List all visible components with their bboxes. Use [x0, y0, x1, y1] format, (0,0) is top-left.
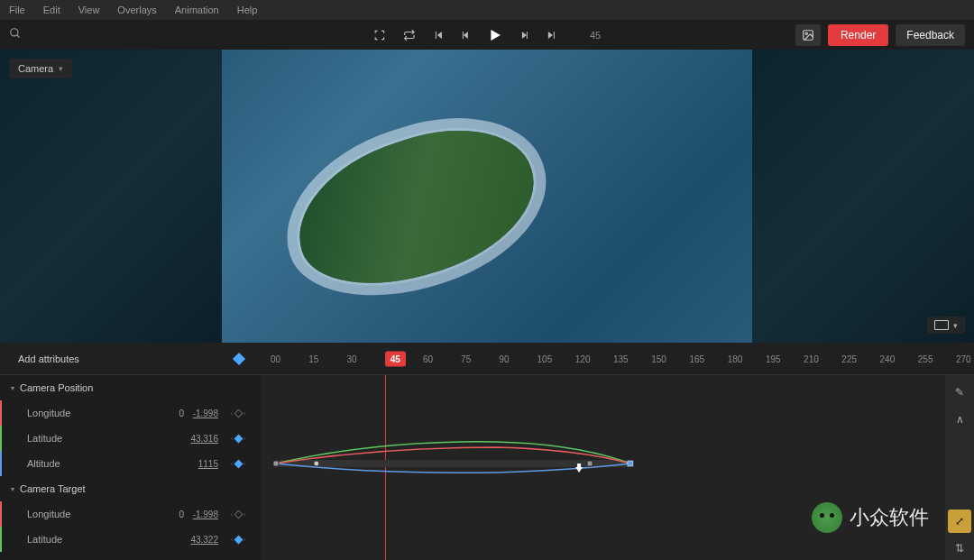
prop-value-b[interactable]: 43.316: [188, 434, 222, 444]
prop-label: Latitude: [27, 534, 153, 545]
tick-30[interactable]: 30: [346, 353, 356, 363]
keyframe-marker[interactable]: [314, 461, 319, 466]
transport-controls: 45: [373, 27, 601, 43]
menu-edit[interactable]: Edit: [43, 5, 60, 15]
prop-value-b[interactable]: -1.998: [188, 409, 222, 418]
tick-90[interactable]: 90: [499, 353, 509, 363]
play-button[interactable]: [487, 27, 503, 43]
tick-15[interactable]: 15: [308, 353, 318, 363]
tick-00[interactable]: 00: [271, 353, 280, 363]
svg-point-3: [805, 32, 807, 34]
prop-group-camera-target[interactable]: Camera Target: [0, 476, 262, 501]
tick-120[interactable]: 120: [575, 353, 591, 363]
viewport-center[interactable]: [222, 50, 752, 343]
prop-label: Latitude: [27, 433, 153, 444]
prop-value-b[interactable]: -1.998: [188, 510, 222, 519]
tick-180[interactable]: 180: [728, 353, 743, 363]
toolbar-right: Render Feedback: [795, 24, 965, 46]
loop-icon[interactable]: [402, 29, 417, 41]
animation-curves: [262, 375, 945, 560]
step-back-icon[interactable]: [460, 30, 471, 41]
prop-row-latitude[interactable]: Latitude43.322‹›: [0, 527, 262, 552]
menu-overlays[interactable]: Overlays: [117, 5, 156, 15]
graph-side-tools: ✎ ∧ ⤢ ⇅: [945, 375, 974, 560]
timeline-panel: Add attributes 0015304560759010512013515…: [0, 343, 974, 560]
keyframe-marker[interactable]: [587, 461, 593, 466]
menu-animation[interactable]: Animation: [175, 5, 219, 15]
tick-150[interactable]: 150: [651, 353, 666, 363]
add-attributes-button[interactable]: Add attributes: [0, 353, 216, 364]
toolbar: 45 Render Feedback: [0, 20, 974, 50]
tick-75[interactable]: 75: [461, 353, 471, 363]
svg-line-1: [17, 35, 20, 38]
diamond-icon: [233, 352, 245, 364]
viewport-side-right: [752, 50, 974, 343]
prop-keyframe-toggle[interactable]: ‹›: [222, 409, 254, 418]
feedback-button[interactable]: Feedback: [896, 24, 965, 46]
properties-panel: Camera PositionLongitude0-1.998‹›Latitud…: [0, 375, 262, 560]
tick-255[interactable]: 255: [918, 353, 933, 363]
prop-group-camera-position[interactable]: Camera Position: [0, 375, 262, 400]
scene-island: [279, 106, 552, 309]
prop-row-longitude[interactable]: Longitude0-1.998‹›: [0, 501, 262, 527]
peak-tool-icon[interactable]: ∧: [948, 408, 971, 431]
keyframe-marker[interactable]: [273, 461, 279, 466]
prop-row-altitude[interactable]: Altitude1115‹›: [0, 451, 262, 476]
prop-label: Altitude: [27, 458, 153, 469]
prop-value-b[interactable]: 1115: [188, 459, 222, 469]
aspect-icon: [934, 320, 949, 330]
edit-tool-icon[interactable]: ✎: [948, 381, 971, 404]
timeline-header: Add attributes 0015304560759010512013515…: [0, 343, 974, 375]
camera-dropdown[interactable]: Camera: [9, 59, 72, 78]
aspect-ratio-button[interactable]: [927, 317, 965, 334]
graph-editor[interactable]: [262, 375, 945, 560]
tick-105[interactable]: 105: [538, 353, 553, 363]
tick-165[interactable]: 165: [689, 353, 704, 363]
tracks-area: Camera PositionLongitude0-1.998‹›Latitud…: [0, 375, 974, 560]
skip-start-icon[interactable]: [433, 30, 444, 41]
tick-135[interactable]: 135: [613, 353, 629, 363]
tick-240[interactable]: 240: [880, 353, 896, 363]
expand-tool-icon[interactable]: ⤢: [948, 510, 971, 533]
swap-tool-icon[interactable]: ⇅: [948, 537, 971, 560]
prop-row-latitude[interactable]: Latitude43.316‹›: [0, 426, 262, 451]
image-icon[interactable]: [795, 24, 821, 46]
tick-60[interactable]: 60: [423, 353, 433, 363]
skip-end-icon[interactable]: [547, 30, 557, 41]
prop-value-a[interactable]: 0: [153, 510, 188, 519]
search-icon[interactable]: [9, 27, 22, 42]
render-button[interactable]: Render: [828, 24, 888, 46]
tick-45[interactable]: 45: [385, 351, 406, 366]
viewport: Camera: [0, 50, 974, 343]
keyframe-toggle[interactable]: [216, 354, 262, 363]
keyframe-marker[interactable]: [628, 461, 633, 466]
svg-point-0: [11, 29, 18, 36]
step-forward-icon[interactable]: [519, 30, 530, 41]
tick-225[interactable]: 225: [841, 353, 857, 363]
tick-270[interactable]: 270: [956, 353, 971, 363]
prop-label: Longitude: [27, 408, 153, 418]
prop-value-b[interactable]: 43.322: [188, 535, 222, 545]
prop-label: Longitude: [27, 509, 153, 519]
menu-bar: File Edit View Overlays Animation Help: [0, 0, 974, 20]
current-frame-label: 45: [590, 30, 601, 41]
viewport-side-left: [0, 50, 222, 343]
menu-view[interactable]: View: [78, 5, 100, 15]
menu-file[interactable]: File: [9, 5, 25, 15]
prop-value-a[interactable]: 0: [153, 409, 188, 418]
tick-195[interactable]: 195: [766, 353, 781, 363]
menu-help[interactable]: Help: [237, 5, 258, 15]
frame-bounds-icon[interactable]: [373, 29, 386, 41]
prop-keyframe-toggle[interactable]: ‹›: [222, 536, 254, 544]
prop-keyframe-toggle[interactable]: ‹›: [222, 435, 254, 443]
prop-keyframe-toggle[interactable]: ‹›: [222, 510, 254, 519]
track-segment: [276, 460, 630, 467]
prop-row-longitude[interactable]: Longitude0-1.998‹›: [0, 400, 262, 426]
tick-210[interactable]: 210: [804, 353, 819, 363]
prop-keyframe-toggle[interactable]: ‹›: [222, 460, 254, 468]
